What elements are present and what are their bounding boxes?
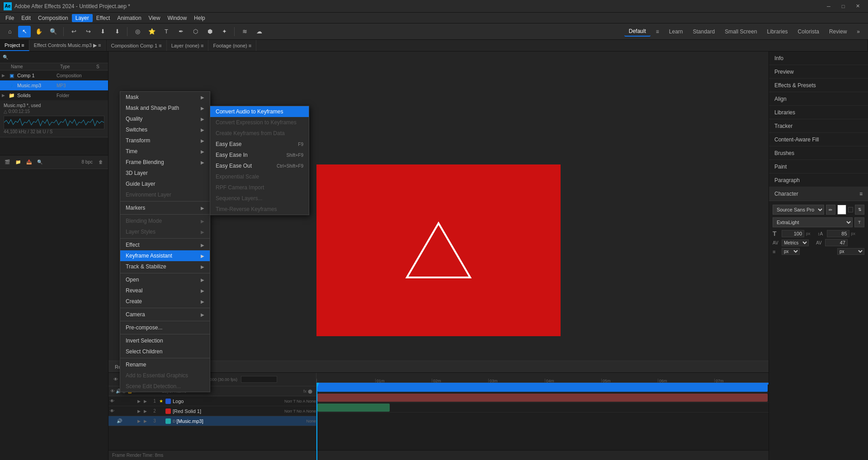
cm-precompose[interactable]: Pre-compose...	[120, 322, 210, 333]
menu-edit[interactable]: Edit	[18, 14, 34, 22]
rp-brushes[interactable]: Brushes	[769, 146, 868, 160]
cm-rename[interactable]: Rename	[120, 359, 210, 370]
font-color-switch-icon[interactable]: ⇅	[855, 205, 864, 215]
menu-effect[interactable]: Effect	[93, 14, 113, 22]
tab-effect-controls[interactable]: Effect Controls Music.mp3 ▶ ≡	[29, 40, 106, 51]
workspace-learn[interactable]: Learn	[665, 27, 688, 36]
workspace-standard[interactable]: Standard	[688, 27, 719, 36]
tool-shape2[interactable]: ⬢	[203, 26, 216, 38]
tool-zoom[interactable]: 🔍	[47, 26, 60, 38]
cm-reveal[interactable]: Reveal ▶	[120, 285, 210, 296]
rp-tracker[interactable]: Tracker	[769, 119, 868, 133]
playhead[interactable]	[316, 383, 317, 460]
rp-character[interactable]: Character ≡	[769, 187, 868, 201]
sm-convert-audio[interactable]: Convert Audio to Keyframes	[210, 106, 309, 117]
workspace-libraries[interactable]: Libraries	[763, 27, 793, 36]
cm-guide-layer[interactable]: Guide Layer	[120, 178, 210, 189]
rp-effects-presets[interactable]: Effects & Presets	[769, 79, 868, 92]
tool-puppet[interactable]: ✦	[218, 26, 231, 38]
rp-info[interactable]: Info	[769, 52, 868, 65]
sm-easy-ease[interactable]: Easy Ease F9	[210, 139, 309, 150]
workspace-colorista[interactable]: Colorista	[793, 27, 824, 36]
sm-easy-ease-in[interactable]: Easy Ease In Shift+F9	[210, 150, 309, 160]
tl-layer-3[interactable]: 🔊 ▶ ▶ 3 ★ D [Music.mp3] None	[108, 416, 316, 426]
menu-help[interactable]: Help	[190, 14, 209, 22]
menu-layer[interactable]: Layer	[72, 14, 93, 22]
tool-text[interactable]: T	[160, 26, 173, 38]
cm-create[interactable]: Create ▶	[120, 296, 210, 307]
minimize-button[interactable]: ─	[822, 2, 835, 11]
bottom-unit-dropdown[interactable]: px	[782, 248, 800, 255]
delete-btn[interactable]: 🗑	[96, 158, 105, 166]
cm-select-children[interactable]: Select Children	[120, 346, 210, 357]
font-dropdown[interactable]: Source Sans Pro	[773, 205, 824, 215]
cm-keyframe-assistant[interactable]: Keyframe Assistant ▶ Convert Audio to Ke…	[120, 250, 210, 261]
tab-composition[interactable]: Composition Comp 1 ≡	[106, 40, 166, 51]
maximize-button[interactable]: □	[836, 2, 850, 11]
search-btn[interactable]: 🔍	[35, 158, 44, 166]
tl-btn-eye[interactable]: 👁	[111, 376, 120, 384]
rp-preview[interactable]: Preview	[769, 65, 868, 79]
tl-layer-search[interactable]	[241, 376, 277, 383]
weight-dropdown[interactable]: ExtraLight	[773, 217, 853, 227]
tool-down2[interactable]: ⬇	[111, 26, 123, 38]
font-color-swatch-white[interactable]	[837, 205, 847, 215]
rp-paragraph[interactable]: Paragraph	[769, 174, 868, 187]
cm-switches[interactable]: Switches ▶	[120, 124, 210, 135]
cm-track-stabilize[interactable]: Track & Stabilize ▶	[120, 261, 210, 272]
import-btn[interactable]: 📥	[24, 158, 33, 166]
workspace-default[interactable]: Default	[624, 27, 651, 37]
tool-select[interactable]: ↖	[18, 26, 31, 38]
tool-undo[interactable]: ↩	[67, 26, 80, 38]
rp-align[interactable]: Align	[769, 92, 868, 106]
cm-frame-blending[interactable]: Frame Blending ▶	[120, 157, 210, 168]
new-comp-btn[interactable]: 🎬	[3, 158, 12, 166]
tool-hand[interactable]: ✋	[33, 26, 45, 38]
layer1-expand[interactable]: ▶	[137, 399, 144, 404]
menu-view[interactable]: View	[145, 14, 164, 22]
tab-project[interactable]: Project ≡	[0, 40, 29, 51]
bottom-unit-dropdown2[interactable]: px	[837, 248, 864, 255]
tool-circle[interactable]: ◎	[131, 26, 144, 38]
tab-layer[interactable]: Layer (none) ≡	[167, 40, 209, 51]
layer2-expand2[interactable]: ▶	[144, 409, 150, 413]
line-height-input[interactable]	[827, 230, 849, 237]
cm-invert-selection[interactable]: Invert Selection	[120, 335, 210, 346]
layer3-audio[interactable]: 🔊	[116, 418, 123, 423]
layer2-vis[interactable]: 👁	[108, 408, 116, 413]
weight-edit-icon[interactable]: T	[854, 217, 864, 227]
cm-open[interactable]: Open ▶	[120, 274, 210, 285]
workspace-review[interactable]: Review	[825, 27, 851, 36]
close-button[interactable]: ✕	[851, 2, 864, 11]
font-color-swatch-dark[interactable]	[848, 207, 853, 212]
new-folder-btn[interactable]: 📁	[14, 158, 23, 166]
layer1-vis[interactable]: 👁	[108, 399, 116, 404]
tool-pen[interactable]: ✒	[175, 26, 187, 38]
rp-libraries[interactable]: Libraries	[769, 106, 868, 119]
layer3-expand2[interactable]: ▶	[144, 419, 150, 423]
layer1-expand2[interactable]: ▶	[144, 399, 150, 404]
workspace-more[interactable]: »	[852, 27, 864, 36]
cm-transform[interactable]: Transform ▶	[120, 135, 210, 146]
tl-layer-2[interactable]: 👁 ▶ ▶ 2 ★ [Red Solid 1] Norr T No A None	[108, 406, 316, 416]
cm-camera[interactable]: Camera ▶	[120, 309, 210, 320]
sm-easy-ease-out[interactable]: Easy Ease Out Ctrl+Shift+F9	[210, 160, 309, 171]
rp-content-aware[interactable]: Content-Aware Fill	[769, 133, 868, 146]
menu-composition[interactable]: Composition	[34, 14, 72, 22]
cm-time[interactable]: Time ▶	[120, 146, 210, 157]
cm-3d-layer[interactable]: 3D Layer	[120, 168, 210, 178]
project-item-music[interactable]: ♪ Music.mp3 MP3	[0, 80, 108, 90]
cm-markers[interactable]: Markers ▶	[120, 202, 210, 213]
tool-motion-sketch[interactable]: ≋	[238, 26, 251, 38]
menu-animation[interactable]: Animation	[113, 14, 145, 22]
tracking-input[interactable]	[825, 239, 848, 246]
project-search-input[interactable]	[10, 55, 105, 60]
workspace-small[interactable]: Small Screen	[720, 27, 761, 36]
menu-window[interactable]: Window	[164, 14, 190, 22]
font-size-input[interactable]	[782, 230, 804, 237]
cm-effect[interactable]: Effect ▶	[120, 239, 210, 250]
layer2-expand[interactable]: ▶	[137, 409, 144, 413]
tool-shape1[interactable]: ⬡	[189, 26, 202, 38]
tool-redo[interactable]: ↪	[82, 26, 94, 38]
cm-mask[interactable]: Mask ▶	[120, 92, 210, 103]
